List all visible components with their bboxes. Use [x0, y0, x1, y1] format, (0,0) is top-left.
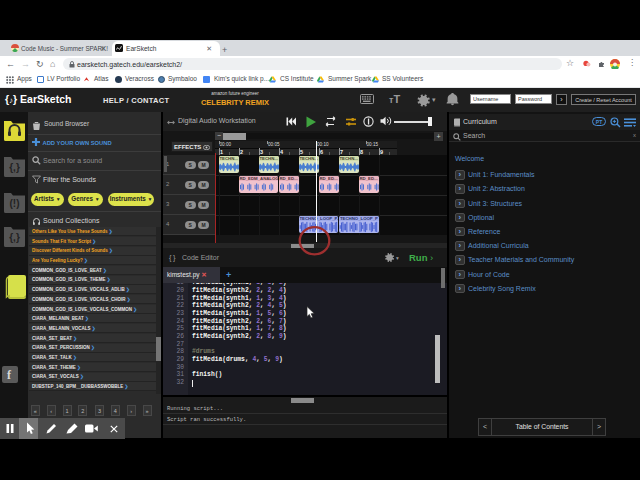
svg-text:{,}: {,} — [9, 162, 20, 173]
svg-text:{,}: {,} — [9, 232, 20, 243]
svg-text:(!): (!) — [10, 198, 20, 209]
